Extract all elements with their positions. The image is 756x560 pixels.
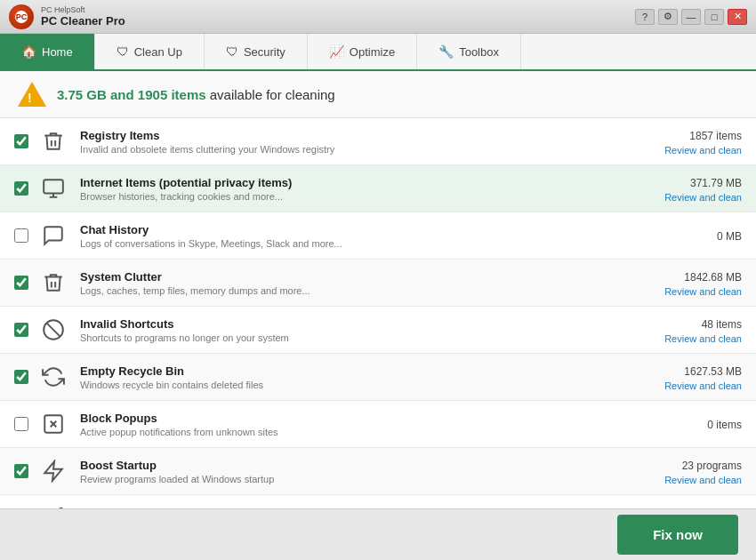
item-info-internet: Internet Items (potential privacy items)… <box>80 176 635 202</box>
review-clean-link-recycle[interactable]: Review and clean <box>635 380 742 391</box>
item-desc-recycle: Windows recycle bin contains deleted fil… <box>80 380 635 390</box>
tab-security[interactable]: 🛡 Security <box>205 34 308 69</box>
item-desc-registry: Invalid and obsolete items cluttering yo… <box>80 144 635 155</box>
checkbox-chat[interactable] <box>14 228 28 243</box>
checkbox-recycle[interactable] <box>14 370 28 384</box>
review-clean-link-shortcuts[interactable]: Review and clean <box>635 333 742 344</box>
checkbox-system[interactable] <box>14 276 28 290</box>
item-info-chat: Chat History Logs of conversations in Sk… <box>80 223 635 249</box>
item-desc-shortcuts: Shortcuts to programs no longer on your … <box>80 332 635 343</box>
item-title-recycle: Empty Recycle Bin <box>80 364 635 378</box>
settings-button[interactable]: ⚙ <box>658 9 678 25</box>
titlebar: PC PC HelpSoft PC Cleaner Pro ? ⚙ — □ ✕ <box>0 0 756 34</box>
close-button[interactable]: ✕ <box>728 9 747 25</box>
minimize-button[interactable]: — <box>681 9 701 25</box>
checkbox-internet[interactable] <box>14 181 28 196</box>
review-clean-link-system[interactable]: Review and clean <box>635 286 742 297</box>
tab-optimize[interactable]: 📈 Optimize <box>308 34 417 69</box>
item-right-shortcuts: 48 items Review and clean <box>635 316 742 344</box>
list-item-shortcuts: Invalid Shortcuts Shortcuts to programs … <box>0 307 756 354</box>
item-icon-system <box>37 267 69 299</box>
checkbox-registry[interactable] <box>14 134 28 148</box>
item-icon-popups <box>37 408 69 440</box>
svg-marker-8 <box>44 461 62 481</box>
alert-message: 3.75 GB and 1905 items available for cle… <box>57 87 335 102</box>
home-icon: 🏠 <box>21 44 36 59</box>
item-title-chat: Chat History <box>80 223 635 236</box>
tab-cleanup[interactable]: 🛡 Clean Up <box>95 34 205 69</box>
item-count-recycle: 1627.53 MB <box>684 365 742 378</box>
item-icon-shortcuts <box>37 314 69 346</box>
alert-highlight: 3.75 GB and 1905 items <box>57 87 206 102</box>
item-title-shortcuts: Invalid Shortcuts <box>80 317 635 331</box>
alert-bar: 3.75 GB and 1905 items available for cle… <box>0 71 756 118</box>
item-right-chat: 0 MB <box>635 228 742 244</box>
security-icon: 🛡 <box>226 44 238 59</box>
company-name: PC HelpSoft <box>41 5 125 14</box>
item-info-startup: Boost Startup Review programs loaded at … <box>80 459 635 484</box>
item-icon-recycle <box>37 361 69 393</box>
items-list: Registry Items Invalid and obsolete item… <box>0 118 756 508</box>
item-desc-startup: Review programs loaded at Windows startu… <box>80 474 635 484</box>
item-title-popups: Block Popups <box>80 412 635 425</box>
review-clean-link-internet[interactable]: Review and clean <box>635 192 742 203</box>
item-count-internet: 371.79 MB <box>690 177 742 189</box>
item-desc-internet: Browser histories, tracking cookies and … <box>80 191 635 202</box>
tab-home-label: Home <box>42 45 73 59</box>
item-count-popups: 0 items <box>707 419 742 431</box>
fix-now-button[interactable]: Fix now <box>617 515 738 555</box>
item-icon-startup <box>37 455 69 487</box>
bottom-bar: Fix now <box>0 508 756 560</box>
app-title-group: PC HelpSoft PC Cleaner Pro <box>41 5 125 28</box>
item-right-internet: 371.79 MB Review and clean <box>635 174 742 203</box>
cleanup-icon: 🛡 <box>117 44 129 59</box>
maximize-button[interactable]: □ <box>704 9 724 25</box>
item-right-registry: 1857 items Review and clean <box>635 127 742 156</box>
tab-optimize-label: Optimize <box>350 45 395 59</box>
review-clean-link-registry[interactable]: Review and clean <box>635 145 742 156</box>
item-count-chat: 0 MB <box>717 230 742 243</box>
tab-toolbox-label: Toolbox <box>459 45 499 59</box>
item-right-startup: 23 programs Review and clean <box>635 457 742 485</box>
item-info-popups: Block Popups Active popup notifications … <box>80 412 635 437</box>
checkbox-startup[interactable] <box>14 464 28 478</box>
checkbox-popups[interactable] <box>14 417 28 431</box>
window-controls: ? ⚙ — □ ✕ <box>635 9 747 25</box>
tab-home[interactable]: 🏠 Home <box>0 34 95 69</box>
item-title-internet: Internet Items (potential privacy items) <box>80 176 635 189</box>
item-desc-chat: Logs of conversations in Skype, Meetings… <box>80 238 635 249</box>
item-title-system: System Clutter <box>80 270 635 284</box>
tab-security-label: Security <box>244 45 286 59</box>
alert-triangle-icon <box>18 82 46 107</box>
item-right-system: 1842.68 MB Review and clean <box>635 268 742 297</box>
item-info-system: System Clutter Logs, caches, temp files,… <box>80 270 635 296</box>
item-count-shortcuts: 48 items <box>702 318 742 331</box>
optimize-icon: 📈 <box>329 44 344 59</box>
tab-cleanup-label: Clean Up <box>134 45 182 59</box>
list-item-chat: Chat History Logs of conversations in Sk… <box>0 212 756 260</box>
nav-tabs: 🏠 Home 🛡 Clean Up 🛡 Security 📈 Optimize … <box>0 34 756 71</box>
list-item-recycle: Empty Recycle Bin Windows recycle bin co… <box>0 354 756 401</box>
item-info-shortcuts: Invalid Shortcuts Shortcuts to programs … <box>80 317 635 343</box>
item-title-registry: Registry Items <box>80 129 635 142</box>
toolbox-icon: 🔧 <box>438 44 454 59</box>
list-item-registry: Registry Items Invalid and obsolete item… <box>0 118 756 165</box>
review-clean-link-startup[interactable]: Review and clean <box>635 475 742 485</box>
item-right-recycle: 1627.53 MB Review and clean <box>635 363 742 391</box>
list-item-internet: Internet Items (potential privacy items)… <box>0 165 756 212</box>
item-info-recycle: Empty Recycle Bin Windows recycle bin co… <box>80 364 635 390</box>
checkbox-shortcuts[interactable] <box>14 323 28 337</box>
tab-toolbox[interactable]: 🔧 Toolbox <box>417 34 521 69</box>
list-item-startup: Boost Startup Review programs loaded at … <box>0 448 756 495</box>
item-count-registry: 1857 items <box>689 130 742 142</box>
help-button[interactable]: ? <box>635 9 655 25</box>
list-item-system: System Clutter Logs, caches, temp files,… <box>0 260 756 307</box>
list-item-popups: Block Popups Active popup notifications … <box>0 401 756 448</box>
item-desc-popups: Active popup notifications from unknown … <box>80 427 635 437</box>
item-count-startup: 23 programs <box>682 460 742 472</box>
item-right-popups: 0 items <box>635 416 742 432</box>
item-title-startup: Boost Startup <box>80 459 635 472</box>
app-name: PC Cleaner Pro <box>41 14 125 28</box>
svg-line-4 <box>46 323 60 336</box>
item-icon-registry <box>37 125 69 157</box>
